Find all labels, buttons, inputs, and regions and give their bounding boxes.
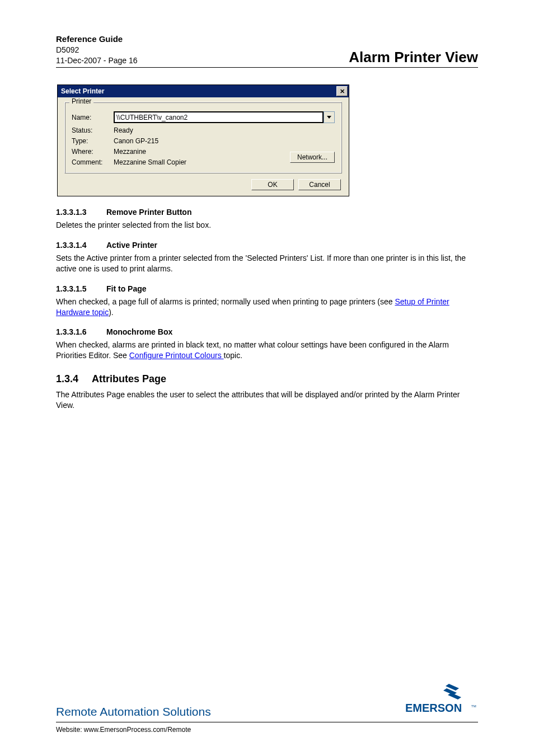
svg-text:EMERSON: EMERSON: [405, 702, 462, 714]
heading-fit-to-page: 1.3.3.1.5Fit to Page: [56, 284, 478, 293]
status-label: Status:: [72, 126, 114, 134]
close-icon[interactable]: ✕: [336, 86, 348, 96]
network-button[interactable]: Network...: [290, 152, 335, 163]
page-header: Reference Guide D5092 11-Dec-2007 - Page…: [56, 34, 478, 68]
heading-attributes-page: 1.3.4Attributes Page: [56, 373, 478, 385]
comment-value: Mezzanine Small Copier: [114, 158, 290, 166]
status-value: Ready: [114, 126, 290, 134]
doc-title: Reference Guide: [56, 34, 138, 45]
dialog-titlebar: Select Printer ✕: [58, 85, 349, 97]
name-label: Name:: [72, 114, 114, 121]
type-label: Type:: [72, 137, 114, 145]
emerson-logo: EMERSON TM: [405, 683, 478, 719]
link-configure-printout-colours[interactable]: Configure Printout Colours: [129, 351, 224, 360]
where-label: Where:: [72, 148, 114, 156]
heading-active-printer: 1.3.3.1.4Active Printer: [56, 241, 478, 250]
page-footer: Remote Automation Solutions EMERSON TM W…: [56, 683, 478, 734]
section-title: Alarm Printer View: [349, 49, 478, 66]
printer-name-combobox[interactable]: [114, 111, 335, 123]
heading-remove-printer: 1.3.3.1.3Remove Printer Button: [56, 208, 478, 217]
ok-button[interactable]: OK: [251, 179, 294, 190]
paragraph: When checked, a page full of alarms is p…: [56, 297, 478, 318]
where-value: Mezzanine: [114, 148, 290, 156]
doc-date-page: 11-Dec-2007 - Page 16: [56, 55, 138, 66]
printer-fieldset: Printer Name: Status: Ready: [64, 102, 342, 173]
comment-label: Comment:: [72, 158, 114, 166]
select-printer-dialog-screenshot: Select Printer ✕ Printer Name:: [57, 84, 478, 196]
fieldset-legend: Printer: [69, 97, 93, 105]
type-value: Canon GP-215: [114, 137, 290, 145]
heading-monochrome-box: 1.3.3.1.6Monochrome Box: [56, 327, 478, 336]
paragraph: When checked, alarms are printed in blac…: [56, 340, 478, 361]
footer-brand: Remote Automation Solutions: [56, 705, 211, 719]
dropdown-arrow-icon[interactable]: [324, 111, 335, 123]
paragraph: Deletes the printer selected from the li…: [56, 220, 478, 231]
dialog-title: Select Printer: [61, 87, 104, 95]
svg-text:TM: TM: [471, 705, 476, 708]
svg-marker-0: [327, 116, 331, 119]
paragraph: Sets the Active printer from a printer s…: [56, 253, 478, 274]
footer-website: Website: www.EmersonProcess.com/Remote: [56, 726, 478, 734]
paragraph: The Attributes Page enables the user to …: [56, 389, 478, 411]
printer-name-input[interactable]: [114, 111, 324, 123]
doc-number: D5092: [56, 45, 138, 55]
cancel-button[interactable]: Cancel: [298, 179, 341, 190]
